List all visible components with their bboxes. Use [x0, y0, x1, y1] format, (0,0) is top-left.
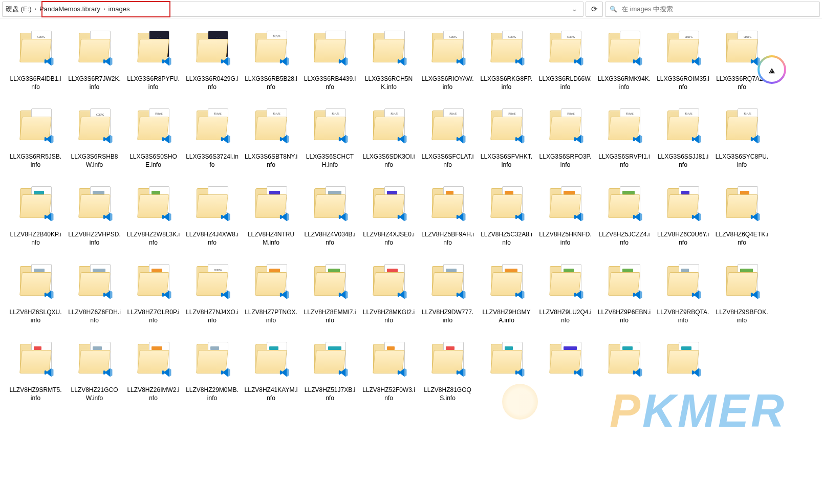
file-item[interactable]: CDEFGcdefg23456 LLXG3S6R4IDB1.info [6, 28, 65, 105]
file-thumbnail [254, 185, 288, 229]
file-item[interactable]: 和九年在癸丑BbCcDd234567 LLXG3S6S3724I.info [183, 105, 242, 183]
file-label: LLZV8HZ5C32A8.info [480, 230, 533, 247]
refresh-button[interactable]: ⟳ [586, 2, 603, 17]
breadcrumb-images[interactable]: images [108, 5, 129, 13]
file-item[interactable]: LLZV8HZ9DW777.info [418, 261, 477, 339]
file-item[interactable]: CDEFGcdefg23456 LLXG3S6RLD66W.info [536, 28, 595, 105]
vscode-badge-icon [103, 56, 113, 67]
vscode-badge-icon [515, 212, 525, 222]
address-toolbar: 硬盘 (E:) › PandaMemos.library › images ⌄ … [0, 0, 822, 18]
file-item[interactable] [477, 339, 536, 417]
file-item[interactable]: LLZV8HZ5HKNFD.info [536, 183, 595, 261]
file-item[interactable]: LLZV8HZ2B40KP.info [6, 183, 65, 261]
file-label: LLXG3S6RKG8FP.info [480, 75, 533, 91]
file-item[interactable]: LLZV8HZ4XJSE0.info [359, 183, 418, 261]
file-item[interactable]: LLZV8HZ4NTRUM.info [242, 183, 300, 261]
file-thumbnail [372, 30, 406, 74]
vscode-badge-icon [633, 290, 643, 300]
file-item[interactable]: LLZV8HZ9SBFOK.info [712, 261, 771, 339]
file-item[interactable]: LLZV8HZ5C32A8.info [477, 183, 536, 261]
file-item[interactable]: 和九年在癸丑BbCcDd234567 LLXG3S6SSJJ81.info [654, 105, 712, 183]
file-item[interactable]: LLXG3S6RR5JSB.info [6, 105, 65, 183]
search-icon: 🔍 [610, 6, 617, 13]
file-item[interactable]: 和九年在癸丑BbCcDd234567 LLXG3S6SFCLAT.info [418, 105, 477, 183]
file-item[interactable]: CDEFGcdefg23456 LLXG3S6RIOYAW.info [418, 28, 477, 105]
file-item[interactable] [536, 339, 595, 417]
file-item[interactable]: CDEFGcdefg23456 LLXG3S6ROIM35.info [654, 28, 712, 105]
file-item[interactable]: LLZV8HZ52F0W3.info [359, 339, 418, 417]
file-item[interactable]: LLZV8HZ4V034B.info [300, 183, 359, 261]
file-thumbnail [372, 263, 406, 307]
file-thumbnail [608, 341, 641, 385]
file-item[interactable]: LLZV8HZ9HGMYA.info [477, 261, 536, 339]
file-item[interactable]: LLZV8HZ8MKGI2.info [359, 261, 418, 339]
file-item[interactable]: 和九年在癸丑BbCcDd234567 LLXG3S6SCHCTH.info [300, 105, 359, 183]
file-item[interactable]: 和九年在癸丑BbCcDd234567 LLXG3S6SFVHKT.info [477, 105, 536, 183]
file-item[interactable]: 和九年在癸丑BbCcDd234567 LLXG3S6SDK3OI.info [359, 105, 418, 183]
file-item[interactable]: LLZV8HZ4J4XW8.info [183, 183, 242, 261]
file-item[interactable]: ········· LLXG3S6R0429G.info [183, 28, 242, 105]
file-thumbnail: CDEFGcdefg23456 [666, 30, 700, 74]
file-item[interactable]: 和九年在癸丑BbCcDd234567 LLXG3S6SRFO3P.info [536, 105, 595, 183]
file-item[interactable]: 和九年在癸丑BbCcDd234567 LLXG3S6S0SHOE.info [124, 105, 183, 183]
file-item[interactable]: LLZV8HZ2VHPSD.info [65, 183, 124, 261]
file-item[interactable]: 和九年在癸丑BbCcDd234567 LLXG3S6SRVPI1.info [595, 105, 654, 183]
file-item[interactable]: LLZV8HZ5JCZZ4.info [595, 183, 654, 261]
file-item[interactable]: LLZV8HZ7GLR0P.info [124, 261, 183, 339]
vscode-badge-icon [456, 212, 466, 222]
file-item[interactable]: LLZV8HZ9SRMT5.info [6, 339, 65, 417]
file-item[interactable]: LLZV8HZ6SLQXU.info [6, 261, 65, 339]
breadcrumb-dropdown-button[interactable]: ⌄ [569, 4, 580, 15]
breadcrumb[interactable]: 硬盘 (E:) › PandaMemos.library › images ⌄ [2, 2, 583, 17]
file-item[interactable]: CDEFGcdefg23456 LLXG3S6RQ7A2I.info [712, 28, 771, 105]
file-item[interactable]: ········· LLXG3S6R8PYFU.info [124, 28, 183, 105]
file-item[interactable]: LLZV8HZ29M0MB.info [183, 339, 242, 417]
file-item[interactable]: LLZV8HZ6Q4ETK.info [712, 183, 771, 261]
file-item[interactable]: LLXG3S6RB4439.info [300, 28, 359, 105]
vscode-badge-icon [397, 134, 407, 144]
file-thumbnail [78, 263, 112, 307]
file-item[interactable]: LLZV8HZ9LU2Q4.info [536, 261, 595, 339]
file-item[interactable]: LLZV8HZ6Z6FDH.info [65, 261, 124, 339]
file-item[interactable]: 和九年在癸丑BbCcDd234567 LLXG3S6RB5B28.info [242, 28, 300, 105]
breadcrumb-drive[interactable]: 硬盘 (E:) › [6, 5, 36, 14]
vscode-badge-icon [221, 56, 231, 67]
file-label: LLZV8HZ4V034B.info [304, 230, 357, 247]
file-item[interactable] [595, 339, 654, 417]
file-label: LLXG3S6R0429G.info [186, 75, 239, 91]
vscode-badge-icon [515, 367, 525, 378]
file-item[interactable]: LLZV8HZ51J7XB.info [300, 339, 359, 417]
file-item[interactable]: LLZV8HZ8EMMI7.info [300, 261, 359, 339]
file-item[interactable]: LLZV8HZ6C0U6Y.info [654, 183, 712, 261]
file-item[interactable]: LLZV8HZ26IMW2.info [124, 339, 183, 417]
file-item[interactable]: 和九年在癸丑BbCcDd234567 LLXG3S6SBT8NY.info [242, 105, 300, 183]
file-thumbnail: 和九年在癸丑BbCcDd234567 [431, 107, 465, 151]
file-item[interactable]: LLZV8HZ2W8L3K.info [124, 183, 183, 261]
file-item[interactable]: CDEFGcdefg23456 LLXG3S6RSHB8W.info [65, 105, 124, 183]
file-item[interactable]: LLXG3S6R7JW2K.info [65, 28, 124, 105]
file-thumbnail [19, 107, 53, 151]
search-input[interactable] [621, 5, 815, 13]
file-item[interactable]: LLXG3S6RCH5NK.info [359, 28, 418, 105]
file-item[interactable]: LLZV8HZ7PTNGX.info [242, 261, 300, 339]
file-item[interactable]: CDEFGcdefg23456 LLXG3S6RKG8FP.info [477, 28, 536, 105]
file-item[interactable]: LLZV8HZ41KAYM.info [242, 339, 300, 417]
file-item[interactable]: CDEFGcdefg23456 LLZV8HZ7NJ4XO.info [183, 261, 242, 339]
file-item[interactable]: LLZV8HZ9P6EBN.info [595, 261, 654, 339]
file-item[interactable] [654, 339, 712, 417]
breadcrumb-library[interactable]: PandaMemos.library › [39, 5, 105, 13]
file-item[interactable]: LLZV8HZ9RBQTA.info [654, 261, 712, 339]
file-item[interactable]: 和九年在癸丑BbCcDd234567 LLXG3S6SYC8PU.info [712, 105, 771, 183]
file-thumbnail [196, 185, 229, 229]
file-thumbnail [549, 185, 582, 229]
file-thumbnail: 和九年在癸丑BbCcDd234567 [608, 107, 641, 151]
file-label: LLZV8HZ21GCOW.info [68, 386, 121, 402]
search-box[interactable]: 🔍 [605, 2, 820, 17]
vscode-badge-icon [574, 56, 584, 67]
file-item[interactable]: LLZV8HZ5BF9AH.info [418, 183, 477, 261]
files-grid[interactable]: CDEFGcdefg23456 LLXG3S6R4IDB1.info LLXG3… [0, 18, 822, 504]
file-item[interactable]: LLXG3S6RMK94K.info [595, 28, 654, 105]
file-thumbnail: 和九年在癸丑BbCcDd234567 [313, 107, 347, 151]
file-item[interactable]: LLZV8HZ81GOQS.info [418, 339, 477, 417]
file-item[interactable]: LLZV8HZ21GCOW.info [65, 339, 124, 417]
